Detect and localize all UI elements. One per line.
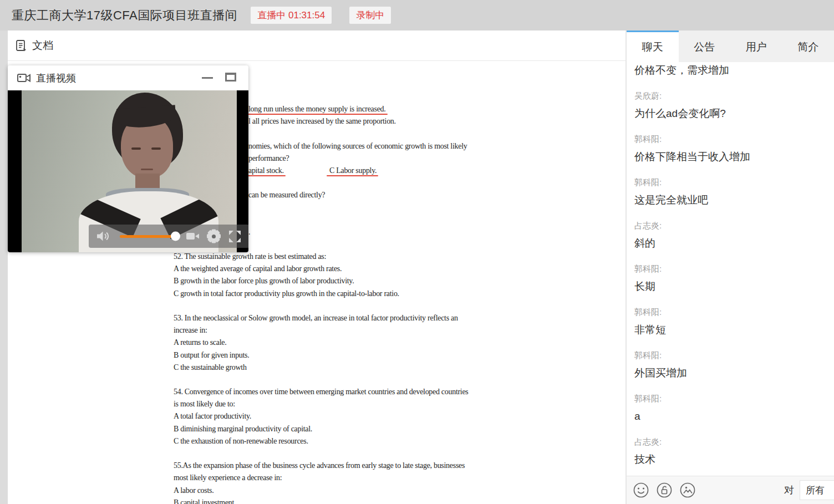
chat-tab[interactable]: 用户 <box>730 30 782 62</box>
chat-message-text: 技术 <box>634 452 826 466</box>
recording-status-badge: 录制中 <box>349 7 391 24</box>
document-text-line: 52. The sustainable growth rate is best … <box>174 251 469 263</box>
chat-message: 郭科阳: 外国买增加 <box>634 350 826 380</box>
chat-tab-label: 聊天 <box>642 40 663 54</box>
document-panel-header: 文档 <box>8 30 626 61</box>
document-text-line <box>248 202 467 214</box>
room-title: 重庆工商大学17级CFA国际项目班直播间 <box>12 7 237 24</box>
chat-tab[interactable]: 简介 <box>782 30 834 62</box>
document-text-body: 52. The sustainable growth rate is best … <box>174 251 469 504</box>
document-text-line: can be measured directly? <box>248 189 467 201</box>
document-text-line <box>174 374 469 386</box>
video-camera-icon <box>17 72 31 85</box>
chat-tab-label: 用户 <box>746 40 767 54</box>
document-text-line: 53. In the neoclassical or Solow growth … <box>174 312 469 324</box>
chat-message-author: 占志炎: <box>634 221 826 231</box>
chat-message: 占志炎: 斜的 <box>634 221 826 250</box>
document-text-line: B diminishing marginal productivity of c… <box>174 423 469 435</box>
document-text-line: A total factor productivity. <box>174 410 469 422</box>
video-feed[interactable] <box>8 90 248 252</box>
chat-message-author: 吴欣蔚: <box>634 91 826 101</box>
document-text-line <box>174 447 469 460</box>
chat-tab[interactable]: 聊天 <box>627 30 679 62</box>
chat-message-text: 非常短 <box>634 323 826 337</box>
document-text-line: long run unless the money supply is incr… <box>248 103 467 115</box>
chat-message-author: 郭科阳: <box>634 394 826 404</box>
chat-tab-bar: 聊天 公告 用户 简介 <box>627 30 834 62</box>
chat-message-author: 郭科阳: <box>634 350 826 360</box>
chat-message-author: 郭科阳: <box>634 264 826 274</box>
chat-message-author: 郭科阳: <box>634 307 826 317</box>
document-text-line: A returns to scale. <box>174 337 469 349</box>
document-text-line: most likely experience a decrease in: <box>174 472 469 484</box>
document-text-line: l all prices have increased by the same … <box>248 115 467 128</box>
chat-message-text: 为什么ad会变化啊? <box>634 106 826 120</box>
document-text-line: 55.As the expansion phase of the busines… <box>174 460 469 472</box>
chat-message-text: 这是完全就业吧 <box>634 193 826 207</box>
document-text-line: 54. Convergence of incomes over time bet… <box>174 386 469 398</box>
chat-message: 郭科阳: a <box>634 394 826 423</box>
chat-tab-label: 简介 <box>797 40 818 54</box>
emoji-icon[interactable] <box>633 482 649 498</box>
document-text-line: B capital investment <box>174 497 469 504</box>
volume-slider[interactable] <box>120 235 175 238</box>
video-control-bar <box>89 225 248 248</box>
chat-message: 占志炎: 技术 <box>634 437 826 466</box>
document-text-line: B output for given inputs. <box>174 349 469 362</box>
image-icon[interactable] <box>679 482 696 498</box>
video-window[interactable]: 直播视频 <box>8 65 248 252</box>
document-text-fragments: long run unless the money supply is incr… <box>248 103 467 238</box>
speaker-icon[interactable] <box>95 229 112 243</box>
chat-tab[interactable]: 公告 <box>679 30 731 62</box>
document-text-line: is most likely due to: <box>174 398 469 410</box>
lock-icon[interactable] <box>656 482 673 498</box>
settings-gear-icon[interactable] <box>207 230 221 243</box>
chat-message-text: 斜的 <box>634 236 826 250</box>
left-gutter <box>0 30 8 504</box>
send-to-label: 对 <box>784 483 794 497</box>
chat-message: 郭科阳: 这是完全就业吧 <box>634 177 826 207</box>
maximize-icon[interactable] <box>225 73 236 82</box>
live-classroom-window: 重庆工商大学17级CFA国际项目班直播间 直播中 01:31:54 录制中 文档… <box>0 0 834 504</box>
document-text-line: apital stock.C Labor supply. <box>248 165 467 177</box>
chat-message: 吴欣蔚: 为什么ad会变化啊? <box>634 91 826 120</box>
chat-message-text: 价格不变，需求增加 <box>634 63 826 77</box>
chat-message: 郭科阳: 价格下降相当于收入增加 <box>634 134 826 164</box>
volume-slider-handle[interactable] <box>171 232 180 241</box>
fullscreen-icon[interactable] <box>228 230 242 243</box>
chat-message-author: 郭科阳: <box>634 177 826 187</box>
video-window-titlebar[interactable]: 直播视频 <box>8 65 248 90</box>
chat-message-text: 价格下降相当于收入增加 <box>634 150 826 164</box>
document-text-line: C the exhaustion of non-renewable resour… <box>174 435 469 447</box>
document-text-line: A labor costs. <box>174 485 469 497</box>
chat-panel: 聊天 公告 用户 简介 价格不变，需求增加 吴欣蔚: 为什么ad会变化啊? 郭科… <box>627 30 834 504</box>
document-text-line <box>248 177 467 189</box>
audience-select[interactable]: 所有 <box>800 480 834 500</box>
chat-tab-label: 公告 <box>694 40 715 54</box>
document-text-line: performance? <box>248 152 467 165</box>
document-text-line <box>248 128 467 140</box>
video-window-title: 直播视频 <box>36 72 76 85</box>
document-text-line <box>174 300 469 312</box>
document-icon <box>14 39 28 53</box>
chat-message-list[interactable]: 价格不变，需求增加 吴欣蔚: 为什么ad会变化啊? 郭科阳: 价格下降相当于收入… <box>627 62 834 476</box>
top-bar: 重庆工商大学17级CFA国际项目班直播间 直播中 01:31:54 录制中 <box>0 0 834 30</box>
document-text-line: A the weighted average of capital and la… <box>174 263 469 275</box>
document-text-line: C the sustainable growth <box>174 362 469 374</box>
chat-message-author: 占志炎: <box>634 437 826 447</box>
chat-message-text: 长期 <box>634 279 826 293</box>
chat-message-author: 郭科阳: <box>634 134 826 144</box>
document-text-line <box>248 214 467 226</box>
document-panel-title: 文档 <box>32 38 53 53</box>
document-text-line: increase in: <box>174 324 469 337</box>
document-text-line: nomies, which of the following sources o… <box>248 140 467 152</box>
minimize-icon[interactable] <box>202 77 213 79</box>
camera-toggle-icon[interactable] <box>185 230 201 243</box>
chat-message: 郭科阳: 非常短 <box>634 307 826 337</box>
document-text-line: . <box>248 226 467 238</box>
chat-composer-toolbar: 对 所有 <box>627 476 834 504</box>
document-text-line: B growth in the labor force plus growth … <box>174 275 469 287</box>
chat-message-text: 外国买增加 <box>634 366 826 380</box>
chat-message-text: a <box>634 409 826 423</box>
document-text-line: C growth in total factor productivity pl… <box>174 288 469 300</box>
